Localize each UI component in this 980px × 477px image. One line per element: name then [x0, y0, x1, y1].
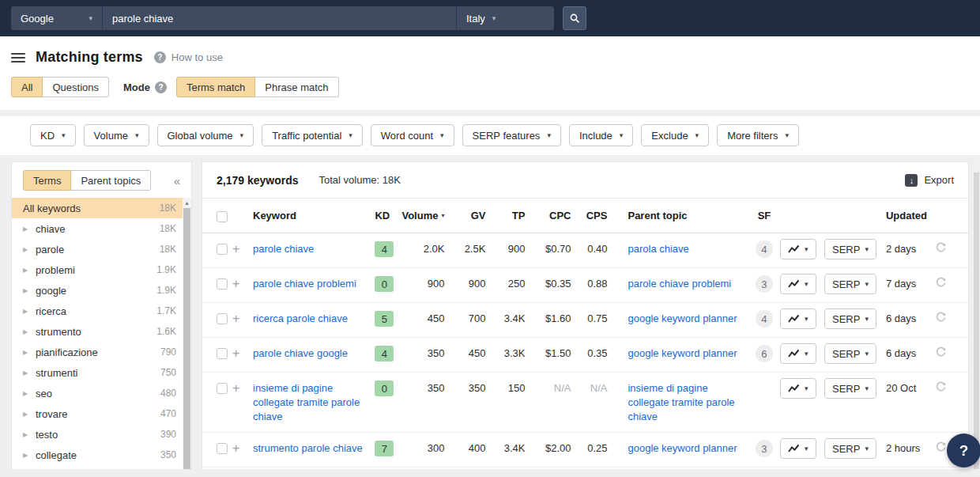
- term-list-item[interactable]: ▶ parole 18K: [12, 239, 183, 259]
- country-select[interactable]: Italy ▾: [456, 6, 554, 30]
- keyword-link[interactable]: parole chiave google: [253, 346, 354, 361]
- parent-topic-link[interactable]: parola chiave: [628, 242, 695, 256]
- expand-triangle-icon[interactable]: ▶: [23, 225, 34, 233]
- keyword-link[interactable]: parole chiave problemi: [253, 277, 363, 291]
- term-list-item[interactable]: ▶ testo 390: [12, 424, 183, 445]
- add-to-list-icon[interactable]: +: [232, 442, 253, 455]
- expand-triangle-icon[interactable]: ▶: [23, 267, 34, 274]
- expand-triangle-icon[interactable]: ▶: [23, 390, 34, 397]
- refresh-icon[interactable]: [935, 346, 954, 361]
- refresh-icon[interactable]: [935, 242, 954, 256]
- keyword-link[interactable]: ricerca parole chiave: [253, 312, 354, 326]
- all-keywords-row[interactable]: All keywords 18K: [12, 198, 183, 218]
- scrollbar-thumb[interactable]: [974, 172, 979, 469]
- expand-triangle-icon[interactable]: ▶: [23, 431, 34, 438]
- filter-dropdown-button[interactable]: SERP features ▾: [462, 124, 561, 146]
- filter-dropdown-button[interactable]: Include ▾: [569, 124, 633, 146]
- filter-dropdown-button[interactable]: KD ▾: [30, 124, 76, 146]
- refresh-icon[interactable]: [935, 277, 954, 291]
- filter-dropdown-button[interactable]: More filters ▾: [717, 124, 799, 146]
- parent-topic-link[interactable]: google keyword planner: [628, 312, 743, 326]
- parent-topic-link[interactable]: parole chiave problemi: [628, 277, 737, 291]
- col-tp[interactable]: TP: [493, 210, 533, 221]
- add-to-list-icon[interactable]: +: [232, 312, 253, 325]
- expand-triangle-icon[interactable]: ▶: [23, 246, 34, 253]
- expand-triangle-icon[interactable]: ▶: [23, 452, 34, 459]
- expand-triangle-icon[interactable]: ▶: [23, 369, 34, 377]
- expand-triangle-icon[interactable]: ▶: [23, 411, 34, 418]
- page-scrollbar[interactable]: [973, 161, 980, 469]
- sidebar-scrollbar[interactable]: ▲: [183, 198, 191, 469]
- keyword-query-input[interactable]: [103, 6, 456, 30]
- collapse-sidebar-icon[interactable]: «: [174, 174, 180, 187]
- add-to-list-icon[interactable]: +: [232, 382, 253, 395]
- col-keyword[interactable]: Keyword: [253, 210, 375, 221]
- row-checkbox[interactable]: [217, 278, 228, 290]
- menu-icon[interactable]: [11, 53, 25, 62]
- scroll-up-icon[interactable]: ▲: [183, 198, 191, 207]
- serp-button[interactable]: SERP ▾: [824, 378, 876, 399]
- term-list-item[interactable]: ▶ collegate 350: [12, 445, 183, 465]
- filter-dropdown-button[interactable]: Traffic potential ▾: [262, 124, 363, 146]
- how-to-use-link[interactable]: How to use: [172, 51, 223, 63]
- row-checkbox[interactable]: [217, 313, 228, 324]
- add-to-list-icon[interactable]: +: [232, 243, 253, 256]
- search-engine-select[interactable]: Google ▾: [11, 6, 103, 30]
- col-cpc[interactable]: CPC: [533, 210, 579, 221]
- tab-parent-topics[interactable]: Parent topics: [71, 170, 151, 191]
- trend-chart-button[interactable]: ▾: [780, 438, 816, 459]
- term-list-item[interactable]: ▶ strumenti 750: [12, 362, 183, 383]
- select-all-checkbox[interactable]: [217, 211, 228, 222]
- mode-help-icon[interactable]: ?: [155, 81, 167, 93]
- expand-triangle-icon[interactable]: ▶: [23, 287, 34, 294]
- keyword-link[interactable]: insieme di pagine collegate tramite paro…: [253, 381, 375, 424]
- refresh-icon[interactable]: [935, 312, 954, 326]
- add-to-list-icon[interactable]: +: [232, 278, 253, 290]
- term-list-item[interactable]: ▶ ricerca 1.7K: [12, 301, 183, 321]
- row-checkbox[interactable]: [217, 443, 228, 454]
- filter-dropdown-button[interactable]: Word count ▾: [371, 124, 454, 146]
- term-list-item[interactable]: ▶ pianificazione 790: [12, 342, 183, 362]
- col-cps[interactable]: CPS: [579, 210, 615, 221]
- filter-dropdown-button[interactable]: Exclude ▾: [641, 124, 709, 146]
- help-circle-icon[interactable]: ?: [154, 51, 166, 63]
- parent-topic-link[interactable]: google keyword planner: [628, 441, 743, 456]
- help-button[interactable]: ?: [947, 433, 980, 468]
- col-parent-topic[interactable]: Parent topic: [615, 210, 748, 221]
- refresh-icon[interactable]: [935, 381, 954, 396]
- term-list-item[interactable]: ▶ trovare 470: [12, 403, 183, 424]
- tab-terms[interactable]: Terms: [23, 170, 71, 191]
- term-list-item[interactable]: ▶ strumento 1.6K: [12, 321, 183, 342]
- term-list-item[interactable]: ▶ problemi 1.9K: [12, 259, 183, 280]
- col-volume[interactable]: Volume ▾: [406, 210, 452, 221]
- search-button[interactable]: [563, 6, 586, 30]
- trend-chart-button[interactable]: ▾: [780, 343, 816, 364]
- tab-phrase-match[interactable]: Phrase match: [255, 77, 338, 97]
- row-checkbox[interactable]: [217, 244, 228, 255]
- parent-topic-link[interactable]: google keyword planner: [628, 346, 743, 361]
- tab-all[interactable]: All: [11, 77, 43, 97]
- col-gv[interactable]: GV: [452, 210, 493, 221]
- trend-chart-button[interactable]: ▾: [780, 378, 816, 399]
- expand-triangle-icon[interactable]: ▶: [23, 328, 34, 335]
- term-list-item[interactable]: ▶ chiave 18K: [12, 218, 183, 239]
- scrollbar-thumb[interactable]: [183, 208, 190, 469]
- serp-button[interactable]: SERP ▾: [824, 343, 876, 364]
- export-button[interactable]: ↓ Export: [905, 174, 954, 187]
- col-sf[interactable]: SF: [748, 210, 780, 221]
- serp-button[interactable]: SERP ▾: [824, 309, 876, 329]
- parent-topic-link[interactable]: insieme di pagine collegate tramite paro…: [628, 381, 748, 424]
- expand-triangle-icon[interactable]: ▶: [23, 308, 34, 315]
- serp-button[interactable]: SERP ▾: [824, 239, 876, 259]
- expand-triangle-icon[interactable]: ▶: [23, 349, 34, 356]
- row-checkbox[interactable]: [217, 383, 228, 394]
- filter-dropdown-button[interactable]: Global volume ▾: [157, 124, 254, 146]
- serp-button[interactable]: SERP ▾: [824, 274, 876, 294]
- trend-chart-button[interactable]: ▾: [780, 239, 816, 259]
- keyword-link[interactable]: strumento parole chiave: [253, 441, 369, 456]
- col-updated[interactable]: Updated: [884, 210, 935, 221]
- trend-chart-button[interactable]: ▾: [780, 309, 816, 329]
- keyword-link[interactable]: parole chiave: [253, 242, 320, 256]
- term-list-item[interactable]: ▶ seo 480: [12, 383, 183, 403]
- term-list-item[interactable]: ▶ google 1.9K: [12, 280, 183, 301]
